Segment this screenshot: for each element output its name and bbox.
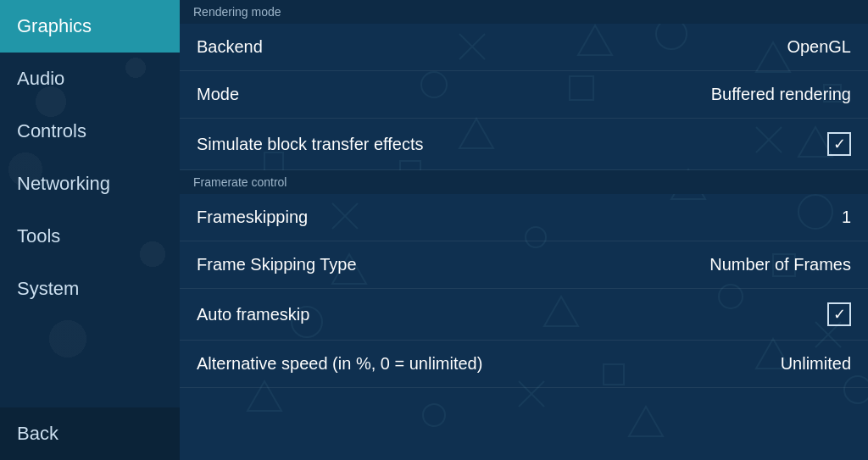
sidebar-item-graphics[interactable]: Graphics: [0, 0, 180, 53]
backend-label: Backend: [197, 37, 263, 57]
sidebar-label-system: System: [17, 278, 79, 299]
setting-alt-speed[interactable]: Alternative speed (in %, 0 = unlimited) …: [180, 341, 868, 388]
setting-frame-skip-type[interactable]: Frame Skipping Type Number of Frames: [180, 241, 868, 289]
setting-auto-frameskip[interactable]: Auto frameskip ✓: [180, 289, 868, 341]
sidebar-label-tools: Tools: [17, 225, 60, 247]
setting-mode[interactable]: Mode Buffered rendering: [180, 71, 868, 119]
sidebar-item-networking[interactable]: Networking: [0, 158, 180, 210]
setting-simulate-block[interactable]: Simulate block transfer effects ✓: [180, 119, 868, 170]
alt-speed-label: Alternative speed (in %, 0 = unlimited): [197, 354, 482, 374]
sidebar-item-system[interactable]: System: [0, 263, 180, 315]
auto-frameskip-checkbox[interactable]: ✓: [827, 302, 851, 326]
sidebar-label-controls: Controls: [17, 120, 86, 141]
section-title-framerate: Framerate control: [193, 175, 287, 189]
backend-value: OpenGL: [787, 37, 851, 57]
setting-frameskipping[interactable]: Frameskipping 1: [180, 194, 868, 241]
setting-backend[interactable]: Backend OpenGL: [180, 24, 868, 71]
mode-value: Buffered rendering: [711, 85, 851, 104]
back-label: Back: [17, 423, 58, 444]
sidebar-item-tools[interactable]: Tools: [0, 210, 180, 263]
frame-skip-type-value: Number of Frames: [709, 255, 851, 274]
sidebar-spacer: [0, 315, 180, 407]
mode-label: Mode: [197, 85, 239, 104]
svg-marker-9: [629, 407, 663, 436]
auto-frameskip-label: Auto frameskip: [197, 305, 309, 324]
sidebar-item-audio[interactable]: Audio: [0, 53, 180, 105]
sidebar-label-audio: Audio: [17, 68, 64, 89]
svg-point-17: [423, 404, 445, 426]
frameskipping-value: 1: [842, 208, 851, 227]
section-title-rendering: Rendering mode: [193, 5, 281, 19]
sidebar-label-graphics: Graphics: [17, 15, 92, 36]
section-header-rendering: Rendering mode: [180, 0, 868, 24]
frame-skip-type-label: Frame Skipping Type: [197, 255, 357, 274]
sidebar: Graphics Audio Controls Networking Tools…: [0, 0, 180, 460]
sidebar-item-controls[interactable]: Controls: [0, 105, 180, 158]
sidebar-label-networking: Networking: [17, 173, 110, 194]
back-button[interactable]: Back: [0, 407, 180, 460]
simulate-block-checkbox[interactable]: ✓: [827, 132, 851, 156]
alt-speed-value: Unlimited: [781, 354, 851, 374]
section-header-framerate: Framerate control: [180, 170, 868, 194]
main-content: Rendering mode Backend OpenGL Mode Buffe…: [180, 0, 868, 460]
frameskipping-label: Frameskipping: [197, 208, 308, 227]
simulate-block-label: Simulate block transfer effects: [197, 135, 424, 154]
